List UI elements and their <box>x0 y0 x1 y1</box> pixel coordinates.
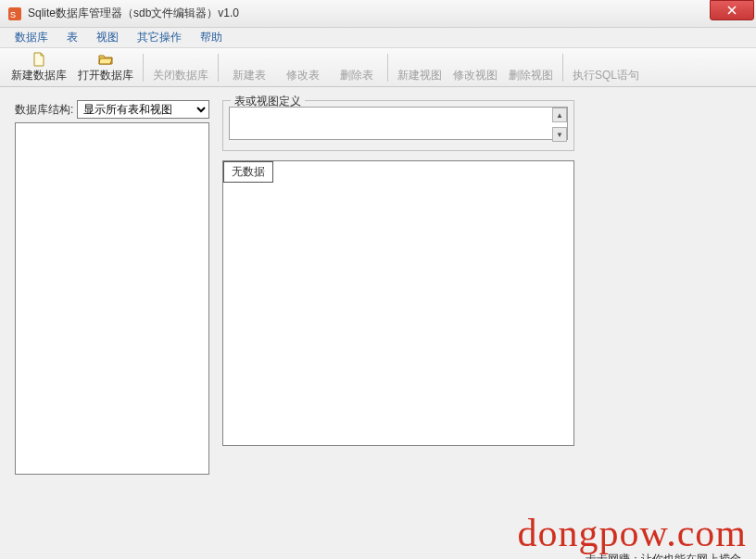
close-database-button: 关闭数据库 <box>147 50 214 85</box>
new-table-button: 新建表 <box>222 50 276 85</box>
left-panel: 数据库结构: 显示所有表和视图 <box>15 100 209 475</box>
exec-sql-button: 执行SQL语句 <box>567 50 645 85</box>
new-database-button[interactable]: 新建数据库 <box>6 50 72 85</box>
menu-help[interactable]: 帮助 <box>191 27 232 48</box>
delete-view-button: 删除视图 <box>503 50 559 85</box>
edit-table-button: 修改表 <box>276 50 330 85</box>
folder-open-icon <box>98 52 113 67</box>
definition-textarea[interactable] <box>229 107 568 140</box>
menu-other[interactable]: 其它操作 <box>128 27 191 48</box>
db-tree[interactable] <box>15 122 209 475</box>
delete-table-button: 删除表 <box>330 50 384 85</box>
new-file-icon <box>32 52 46 67</box>
menu-database[interactable]: 数据库 <box>6 27 57 48</box>
toolbar-separator <box>143 54 144 82</box>
toolbar-separator <box>218 54 219 82</box>
toolbar: 新建数据库 打开数据库 关闭数据库 新建表 修改表 删除表 新建视图 修改视图 … <box>0 48 756 87</box>
menu-bar: 数据库 表 视图 其它操作 帮助 <box>0 28 756 48</box>
app-icon: S <box>7 6 22 21</box>
toolbar-separator <box>562 54 563 82</box>
svg-text:S: S <box>10 10 16 19</box>
note-line-1: 卡卡网赚：让你也能在网上捞金 <box>586 551 743 559</box>
definition-group: 表或视图定义 ▲ ▼ <box>222 100 574 151</box>
scroll-up-icon[interactable]: ▲ <box>552 108 567 122</box>
close-button[interactable] <box>710 0 754 20</box>
open-database-button[interactable]: 打开数据库 <box>72 50 139 85</box>
title-bar: S Sqlite数据库管理器（sdb文件编辑器）v1.0 <box>0 0 756 28</box>
close-db-icon <box>173 52 188 67</box>
sidebar-notes: 卡卡网赚：让你也能在网上捞金 卡卡论坛：免费分享收费资源 <box>586 551 743 559</box>
toolbar-separator <box>387 54 388 82</box>
db-structure-select[interactable]: 显示所有表和视图 <box>77 100 209 119</box>
menu-view[interactable]: 视图 <box>87 27 128 48</box>
data-grid[interactable]: 无数据 <box>222 160 574 446</box>
window-title: Sqlite数据库管理器（sdb文件编辑器）v1.0 <box>28 6 710 21</box>
right-panel: 表或视图定义 ▲ ▼ 无数据 <box>222 100 574 446</box>
menu-table[interactable]: 表 <box>57 27 87 48</box>
db-structure-label: 数据库结构: <box>15 102 73 118</box>
edit-view-button: 修改视图 <box>447 50 503 85</box>
content-area: 数据库结构: 显示所有表和视图 表或视图定义 ▲ ▼ 无数据 卡卡网赚：让你也能… <box>0 87 756 559</box>
watermark: dongpow.com <box>518 511 747 555</box>
scroll-down-icon[interactable]: ▼ <box>552 127 567 142</box>
new-view-button: 新建视图 <box>392 50 447 85</box>
no-data-label: 无数据 <box>223 161 273 183</box>
